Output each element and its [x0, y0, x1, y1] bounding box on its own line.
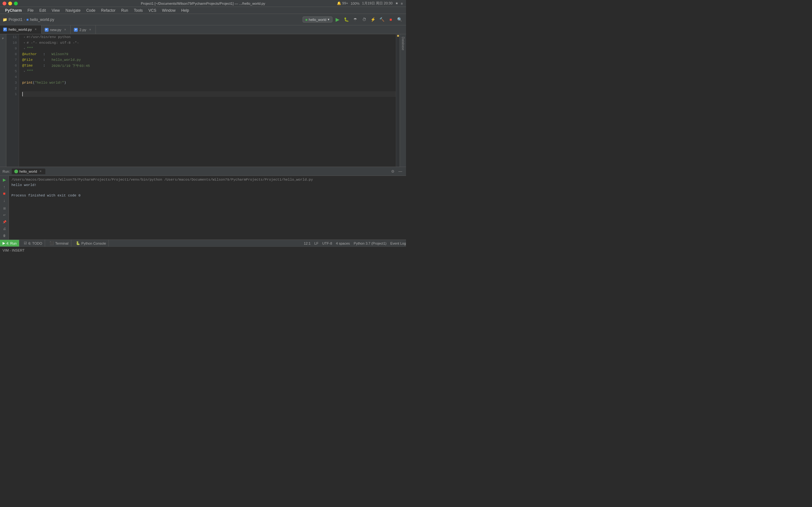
menu-vcs[interactable]: VCS — [146, 8, 159, 13]
code-line-1 — [22, 91, 396, 97]
run-panel-actions: ⚙ — — [390, 168, 403, 175]
tab-2-py[interactable]: P 2.py × — [71, 25, 96, 34]
database-label[interactable]: Database — [401, 37, 405, 50]
code-line-2 — [22, 86, 396, 91]
window-title: Project1 [~/Documents/Wilson79/PycharmPr… — [141, 2, 265, 5]
todo-tab-label: 6: TODO — [28, 241, 42, 245]
close-btn[interactable] — [3, 2, 6, 5]
file-icon: ■ — [26, 17, 29, 22]
line-num-4: 4 — [6, 74, 19, 80]
run-tab-hello-world[interactable]: hello_world × — [12, 169, 45, 174]
menu-code[interactable]: Code — [84, 8, 98, 13]
code-line-5: ▾ """ — [22, 68, 396, 74]
build-button[interactable]: 🔨 — [378, 16, 386, 23]
run-stop-button[interactable]: ■ — [1, 191, 8, 196]
minimize-btn[interactable] — [8, 2, 12, 5]
line-ending[interactable]: LF — [314, 241, 318, 245]
menu-refactor[interactable]: Refactor — [99, 8, 118, 13]
concurrency-button[interactable]: ⚡ — [369, 16, 377, 23]
code-editor[interactable]: P 11 10 9 8 7 6 5 4 3 2 1 ▾ #!/usr/bin/e… — [0, 34, 406, 167]
minimize-panel-icon[interactable]: — — [397, 168, 403, 175]
right-panel-sidebar: Database — [400, 34, 406, 167]
run-command-line: /Users/macos/Documents/Wilson79/PycharmP… — [11, 177, 403, 182]
menu-run[interactable]: Run — [119, 8, 131, 13]
run-config-icon: ■ — [305, 18, 308, 21]
run-label: Run: — [3, 170, 10, 173]
python-console-tab-icon: 🐍 — [76, 241, 80, 245]
right-gutter — [396, 34, 400, 167]
debug-button[interactable]: 🐛 — [343, 16, 350, 23]
bottom-tab-python-console[interactable]: 🐍 Python Console — [73, 240, 109, 246]
profile-button[interactable]: ⏱ — [360, 16, 368, 23]
line-num-3: 3 — [6, 80, 19, 86]
project-tool-icon[interactable]: P — [0, 36, 6, 41]
menu-navigate[interactable]: Navigate — [63, 8, 83, 13]
coverage-button[interactable]: ☂ — [351, 16, 359, 23]
run-config-arrow: ▾ — [328, 17, 329, 21]
menu-view[interactable]: View — [49, 8, 62, 13]
indent-setting[interactable]: 4 spaces — [336, 241, 350, 245]
line-num-10: 10 — [6, 40, 19, 46]
run-scroll-up-button[interactable]: ↑ — [1, 184, 8, 189]
menu-window[interactable]: Window — [159, 8, 178, 13]
fold-icon-11[interactable]: ▾ — [22, 35, 27, 39]
line-num-11: 11 — [6, 34, 19, 40]
run-button[interactable]: ▶ — [334, 16, 341, 23]
stop-button[interactable]: ■ — [387, 16, 395, 23]
run-scroll-down-button[interactable]: ↓ — [1, 198, 8, 203]
tab-close-hello-world[interactable]: × — [34, 27, 38, 32]
project-name[interactable]: Project1 — [9, 17, 22, 22]
bottom-tab-todo[interactable]: ☑ 6: TODO — [21, 240, 45, 246]
run-pin-button[interactable]: 📌 — [1, 219, 8, 225]
run-output-line2 — [11, 187, 403, 193]
menu-file[interactable]: File — [25, 8, 36, 13]
menu-edit[interactable]: Edit — [37, 8, 49, 13]
bottom-tab-run[interactable]: ▶ 4: Run — [0, 240, 19, 246]
bottom-tab-terminal[interactable]: ⬛ Terminal — [47, 240, 71, 246]
app-menu[interactable]: PyCharm — [3, 8, 24, 13]
run-layout-button[interactable]: ⊞ — [1, 206, 8, 211]
code-content[interactable]: ▾ #!/usr/bin/env python ▾ # -*- encoding… — [19, 34, 396, 167]
maximize-btn[interactable] — [14, 2, 18, 5]
python-console-tab-label: Python Console — [82, 241, 106, 245]
event-log[interactable]: Event Log — [390, 241, 406, 245]
line-num-8: 8 — [6, 51, 19, 57]
settings-icon[interactable]: ⚙ — [390, 168, 396, 175]
fold-icon-5[interactable]: ▾ — [22, 69, 27, 73]
battery-indicator: 100% — [351, 2, 359, 5]
run-soft-wrap-button[interactable]: ↵ — [1, 212, 8, 218]
titlebar-right: 🔔 99+ 100% 1月19日 周日 20:30 ★ ≡ — [337, 1, 403, 6]
datetime: 1月19日 周日 20:30 — [362, 1, 393, 6]
encoding[interactable]: UTF-8 — [322, 241, 332, 245]
tabbar: P hello_world.py × P new.py × P 2.py × — [0, 25, 406, 34]
tab-close-2-py[interactable]: × — [88, 27, 92, 32]
toolbar-left: 📁 Project1 › ■ hello_world.py — [3, 17, 301, 22]
fold-icon-9[interactable]: ▾ — [22, 46, 27, 51]
menu-tools[interactable]: Tools — [131, 8, 145, 13]
run-rerun-button[interactable]: ▶ — [1, 177, 8, 182]
run-config-name: hello_world — [309, 18, 326, 21]
tab-icon-hello-world: P — [3, 27, 7, 32]
vim-mode-label: VIM - INSERT — [3, 248, 24, 252]
run-panel-body: ▶ ↑ ■ ↓ ⊞ ↵ 📌 🖨 🗑 /Users/macos/Documents… — [0, 176, 406, 239]
search-button[interactable]: 🔍 — [396, 16, 403, 23]
menu-help[interactable]: Help — [179, 8, 192, 13]
run-config-button[interactable]: ■ hello_world ▾ — [303, 16, 333, 22]
tab-close-new-py[interactable]: × — [63, 27, 67, 32]
line-num-6: 6 — [6, 63, 19, 68]
run-panel: Run: hello_world × ⚙ — ▶ ↑ ■ ↓ ⊞ ↵ � — [0, 167, 406, 239]
fold-icon-10[interactable]: ▾ — [22, 41, 27, 45]
statusbar-right: 12:1 LF UTF-8 4 spaces Python 3.7 (Proje… — [304, 241, 406, 245]
tab-icon-2-py: P — [74, 28, 78, 32]
run-clear-button[interactable]: 🗑 — [1, 233, 8, 238]
run-print-button[interactable]: 🖨 — [1, 226, 8, 231]
toolbar: 📁 Project1 › ■ hello_world.py ■ hello_wo… — [0, 14, 406, 25]
python-version[interactable]: Python 3.7 (Project1) — [354, 241, 386, 245]
folder-icon: 📁 — [3, 17, 7, 22]
tab-hello-world[interactable]: P hello_world.py × — [0, 25, 42, 34]
run-tab-close[interactable]: × — [38, 169, 43, 174]
line-numbers: 11 10 9 8 7 6 5 4 3 2 1 — [6, 34, 19, 167]
cursor-position[interactable]: 12:1 — [304, 241, 310, 245]
tab-new-py[interactable]: P new.py × — [42, 25, 71, 34]
file-name[interactable]: hello_world.py — [30, 17, 54, 22]
